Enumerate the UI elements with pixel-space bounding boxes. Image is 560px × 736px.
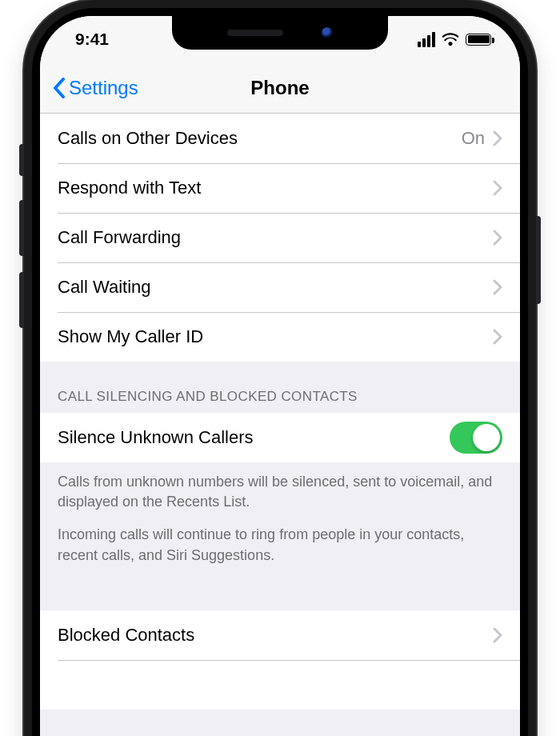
row-label: Show My Caller ID <box>58 326 203 347</box>
page-title: Phone <box>250 77 309 99</box>
row-label: Respond with Text <box>58 178 201 198</box>
footer-text-1: Calls from unknown numbers will be silen… <box>58 472 502 512</box>
row-silence-unknown-callers[interactable]: Silence Unknown Callers <box>40 413 520 462</box>
row-label: Calls on Other Devices <box>58 128 238 149</box>
calls-group: Calls on Other Devices On Respond with T… <box>40 114 520 362</box>
speaker-grille <box>227 30 283 36</box>
mute-switch <box>19 144 24 176</box>
row-respond-with-text[interactable]: Respond with Text <box>40 163 520 213</box>
screen: 9:41 <box>40 16 520 736</box>
battery-icon <box>466 34 491 46</box>
row-call-waiting[interactable]: Call Waiting <box>40 262 520 312</box>
front-camera <box>322 27 333 38</box>
row-call-forwarding[interactable]: Call Forwarding <box>40 213 520 262</box>
row-calls-on-other-devices[interactable]: Calls on Other Devices On <box>40 114 520 163</box>
chevron-left-icon <box>53 78 66 98</box>
notch <box>172 16 388 50</box>
chevron-right-icon <box>493 329 502 345</box>
silence-group: Silence Unknown Callers <box>40 413 520 462</box>
phone-frame: 9:41 <box>24 0 536 736</box>
silence-toggle[interactable] <box>450 422 502 454</box>
row-label: Call Forwarding <box>58 227 181 248</box>
chevron-right-icon <box>493 180 502 196</box>
volume-up <box>19 200 24 256</box>
cellular-signal-icon <box>418 32 435 47</box>
back-label: Settings <box>69 77 138 99</box>
section-footer-call-silencing: Calls from unknown numbers will be silen… <box>40 462 520 575</box>
wifi-icon <box>442 32 459 46</box>
row-label: Silence Unknown Callers <box>58 427 254 448</box>
row-label: Call Waiting <box>58 277 151 298</box>
chevron-right-icon <box>493 279 502 295</box>
row-show-my-caller-id[interactable]: Show My Caller ID <box>40 312 520 362</box>
chevron-right-icon <box>493 230 502 246</box>
section-header-call-silencing: CALL SILENCING AND BLOCKED CONTACTS <box>40 362 520 413</box>
row-blocked-contacts[interactable]: Blocked Contacts <box>40 610 520 660</box>
row-label: Blocked Contacts <box>58 625 194 646</box>
status-time: 9:41 <box>75 30 109 49</box>
footer-text-2: Incoming calls will continue to ring fro… <box>58 525 502 565</box>
back-button[interactable]: Settings <box>53 77 138 99</box>
nav-header: Settings Phone <box>40 62 520 114</box>
volume-down <box>19 272 24 328</box>
row-next[interactable] <box>40 660 520 710</box>
chevron-right-icon <box>493 627 502 643</box>
row-value: On <box>462 128 485 149</box>
power-button <box>536 216 541 304</box>
chevron-right-icon <box>493 130 502 146</box>
blocked-group: Blocked Contacts <box>40 610 520 710</box>
